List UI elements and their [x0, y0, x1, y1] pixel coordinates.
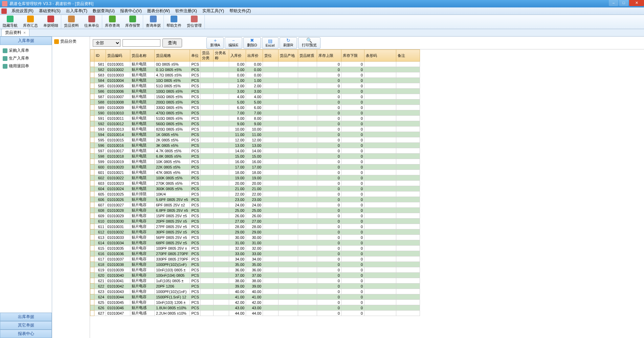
column-header[interactable]: 货品规格 [155, 50, 190, 62]
toolbar-button[interactable]: 货位管理 [184, 15, 204, 29]
column-header[interactable]: 库存上限 [317, 50, 341, 62]
sidebar-head[interactable]: 出库单据 [0, 313, 52, 321]
menu-item[interactable]: 出入库单(T) [63, 7, 90, 15]
table-row[interactable]: 58101010001贴片电阻0Ω 0805 ±5%PCS0.000.0000 [90, 62, 420, 67]
action-button[interactable]: 🔍打印预览 [298, 37, 320, 49]
sidebar-head[interactable]: 报表中心 [0, 330, 52, 338]
column-header[interactable]: 出库价 [246, 50, 263, 62]
filter-input[interactable] [123, 39, 160, 47]
column-header[interactable]: 货品材质 [298, 50, 317, 62]
table-row[interactable]: 58301010003贴片电阻4.7Ω 0805 ±5%PCS0.000.000… [90, 72, 420, 78]
sidebar-head-inbound[interactable]: 入库单据 [0, 37, 52, 45]
action-button[interactable]: －编辑E [225, 37, 242, 49]
table-row[interactable]: 59801010018贴片电阻6.8K 0805 ±5%PCS15.0015.0… [90, 154, 420, 159]
table-row[interactable]: 60801010028贴片电容6.8PF 0805 25V ±5PCS25.00… [90, 208, 420, 213]
action-button[interactable]: ＋新增A [206, 37, 224, 49]
table-row[interactable]: 62101010041贴片电容1uF(105) 0805 ±PCS38.0038… [90, 278, 420, 284]
toolbar-button[interactable]: 隐藏导航 [0, 15, 20, 29]
column-header[interactable]: 货位 [263, 50, 279, 62]
toolbar-button[interactable]: 单据明细 [41, 15, 61, 29]
column-header[interactable]: 单位 [190, 50, 201, 62]
table-row[interactable]: 60101010021贴片电阻47K 0805 ±5%PCS18.0018.00… [90, 170, 420, 175]
menu-item[interactable]: 实用工具(Y) [200, 7, 227, 15]
table-row[interactable]: 59601010016贴片电阻3K 0805 ±5%PCS13.0013.000… [90, 143, 420, 148]
table-row[interactable]: 60901010029贴片电容15PF 0805 25V ±5PCS26.002… [90, 213, 420, 219]
table-row[interactable]: 59901010019贴片电阻10K 0805 ±5%PCS16.0016.00… [90, 159, 420, 164]
table-row[interactable]: 61001010030贴片电容20PF 0805 25V ±5PCS27.002… [90, 219, 420, 224]
table-row[interactable]: 62201010042贴片电容20PF 1206PCS39.0039.0000 [90, 284, 420, 289]
sidebar-item[interactable]: 采购入库单 [1, 47, 51, 54]
table-row[interactable]: 61601010036贴片电容270PF 0805 270PFPCS33.003… [90, 251, 420, 256]
table-row[interactable]: 61801010038贴片电容1000PF(102)(1nF)PCS35.003… [90, 262, 420, 267]
minimize-button[interactable]: – [609, 0, 618, 6]
table-row[interactable]: 61201010032贴片电容30PF 0805 25V ±5PCS29.002… [90, 229, 420, 235]
toolbar-button[interactable]: 往来单位 [82, 15, 102, 29]
table-row[interactable]: 60001010020贴片电阻22K 0805 ±5%PCS17.0017.00… [90, 164, 420, 170]
menu-item[interactable]: 系统设置(R) [9, 7, 36, 15]
tab-current[interactable]: 货品资料 × [1, 29, 29, 36]
table-row[interactable]: 58701010007贴片电阻150Ω 0805 ±5%PCS4.004.000… [90, 94, 420, 99]
column-header[interactable]: 货品产地 [279, 50, 298, 62]
table-row[interactable]: 61501010035贴片电容100PF 0805 25V ±PCS32.003… [90, 246, 420, 251]
table-row[interactable]: 61701010037贴片电容330PF 0805 270PFPCS34.003… [90, 256, 420, 262]
sidebar-head[interactable]: 其它单据 [0, 321, 52, 330]
column-header[interactable]: 分类名称 [214, 50, 229, 62]
menu-item[interactable]: 数据查询(U) [90, 7, 117, 15]
tab-close-icon[interactable]: × [23, 30, 26, 35]
table-row[interactable]: 59701010017贴片电阻4.7K 0805 ±5%PCS14.0014.0… [90, 148, 420, 154]
menu-item[interactable]: 软件注册(X) [173, 7, 200, 15]
table-row[interactable]: 62301010043贴片电容1000PF(102)(1nF)PCS40.004… [90, 289, 420, 294]
table-row[interactable]: 60401010024贴片电阻300K 0805 ±5%PCS21.0021.0… [90, 186, 420, 191]
toolbar-button[interactable]: 帮助文件 [164, 15, 184, 29]
menu-item[interactable]: 报表中心(V) [117, 7, 145, 15]
column-header[interactable]: 货品名称 [130, 50, 155, 62]
table-row[interactable]: 62701010047贴片电感2.2UH 0805 ±10%PCS44.0044… [90, 311, 420, 316]
close-button[interactable]: ✕ [629, 0, 644, 6]
table-row[interactable]: 59301010013贴片电阻820Ω 0805 ±5%PCS10.0010.0… [90, 127, 420, 132]
table-row[interactable]: 60701010027贴片电容6PF 0805 25V ±2PCS24.0024… [90, 202, 420, 208]
toolbar-button[interactable]: 查询单据 [143, 15, 163, 29]
table-row[interactable]: 59401010014贴片电阻1K 0805 ±5%PCS11.0011.000… [90, 132, 420, 137]
table-row[interactable]: 59101010011贴片电阻510Ω 0805 ±5%PCS8.008.000… [90, 116, 420, 121]
table-row[interactable]: 62601010046贴片电感1.8UH 0805 ±10%PCS43.0043… [90, 305, 420, 311]
table-row[interactable]: 58601010006贴片电阻100Ω 0805 ±5%PCS3.003.000… [90, 89, 420, 94]
column-header[interactable]: 库存下限 [341, 50, 364, 62]
action-button[interactable]: ▤Excel [262, 37, 279, 49]
table-row[interactable]: 58201010002贴片电阻0.1Ω 0805 ±5%PCS0.000.000… [90, 67, 420, 72]
table-row[interactable]: 62501010045贴片电容10nF(103) 1206 ±PCS42.004… [90, 300, 420, 305]
table-row[interactable]: 62401010044贴片电容1500PF(1.5nF) 12PCS41.004… [90, 294, 420, 300]
table-row[interactable]: 60501010025贴片排阻10K/4PCS22.0022.0000 [90, 191, 420, 197]
action-button[interactable]: ↻刷新R [280, 37, 297, 49]
filter-select[interactable]: 全部 [93, 39, 120, 47]
maximize-button[interactable]: □ [619, 0, 628, 6]
column-header[interactable]: 货品编码 [106, 50, 130, 62]
column-header[interactable]: 条形码 [364, 50, 396, 62]
column-header[interactable]: ID [94, 50, 106, 62]
toolbar-button[interactable]: 库存查询 [102, 15, 123, 29]
table-row[interactable]: 59201010012贴片电阻560Ω 0805 ±5%PCS9.009.000… [90, 121, 420, 127]
table-row[interactable]: 58801010008贴片电阻200Ω 0805 ±5%PCS5.005.000… [90, 99, 420, 105]
sidebar-item[interactable]: 领用退回单 [1, 63, 51, 70]
tree-root[interactable]: 货品分类 [54, 39, 88, 44]
menu-item[interactable]: 帮助文件(Z) [227, 7, 253, 15]
table-row[interactable]: 59001010010贴片电阻470Ω 0805 ±5%PCS7.007.000… [90, 110, 420, 116]
table-row[interactable]: 59501010015贴片电阻2K 0805 ±5%PCS12.0012.000… [90, 137, 420, 143]
search-button[interactable]: 查询 [162, 39, 182, 47]
toolbar-button[interactable]: 库存报警 [123, 15, 143, 29]
table-row[interactable]: 58901010009贴片电阻330Ω 0805 ±5%PCS6.006.000… [90, 105, 420, 110]
sidebar-item[interactable]: 生产入库单 [1, 55, 51, 62]
table-row[interactable]: 58501010005贴片电阻51Ω 0805 ±5%PCS2.002.0000 [90, 83, 420, 89]
toolbar-button[interactable]: 货品资料 [61, 15, 82, 29]
action-button[interactable]: ✖删除D [243, 37, 261, 49]
table-row[interactable]: 60201010022贴片电阻100K 0805 ±5%PCS19.0019.0… [90, 175, 420, 181]
menu-item[interactable]: 基础资料(S) [36, 7, 63, 15]
table-row[interactable]: 61901010039贴片电容10nF(103) 0805 ±PCS36.003… [90, 267, 420, 273]
table-row[interactable]: 61101010031贴片电容27PF 0805 25V ±5PCS28.002… [90, 224, 420, 229]
table-row[interactable]: 60301010023贴片电阻270K 0805 ±5%PCS20.0020.0… [90, 181, 420, 186]
menu-item[interactable]: 图表分析(W) [145, 7, 173, 15]
table-row[interactable]: 61401010034贴片电容68PF 0805 25V ±5PCS31.003… [90, 240, 420, 246]
toolbar-button[interactable]: 库存汇总 [20, 15, 41, 29]
table-row[interactable]: 62001010040贴片电容100nF(104) 0805PCS37.0037… [90, 273, 420, 278]
column-header[interactable]: 备注 [396, 50, 420, 62]
column-header[interactable]: 入库价 [229, 50, 246, 62]
